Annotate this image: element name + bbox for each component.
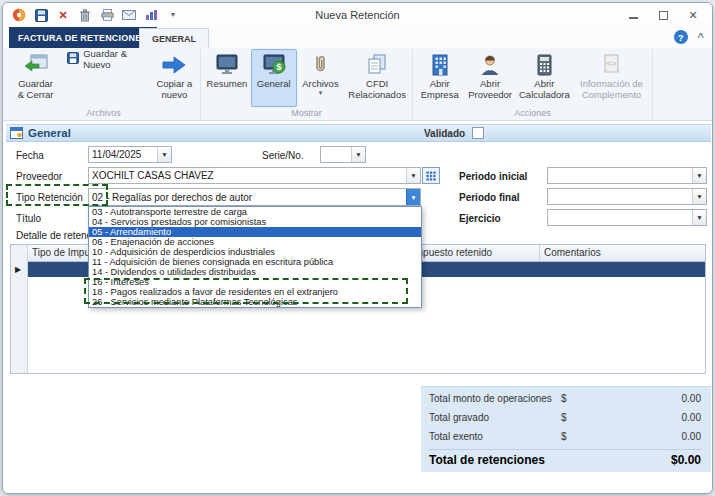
serie-combobox[interactable]: ▼ — [320, 146, 366, 163]
chart-icon[interactable] — [143, 7, 159, 23]
app-logo-icon[interactable] — [11, 7, 27, 23]
xml-complement-icon: <> — [599, 52, 623, 78]
abrir-calculadora-button[interactable]: Abrir Calculadora — [516, 49, 573, 107]
proveedor-combobox[interactable]: XOCHILT CASAS CHAVEZ ▼ — [88, 167, 421, 184]
quick-access-toolbar: ✕ ▾ — [11, 7, 181, 23]
help-icon[interactable]: ? — [674, 30, 688, 44]
total-monto-label: Total monto de operaciones — [429, 393, 552, 404]
trash-icon[interactable] — [77, 7, 93, 23]
ejercicio-combobox[interactable]: ▼ — [547, 209, 707, 226]
periodo-inicial-combobox[interactable]: ▼ — [547, 167, 707, 184]
copiar-a-nuevo-label2: nuevo — [161, 89, 187, 100]
ejercicio-dropdown-arrow-icon[interactable]: ▼ — [692, 210, 706, 225]
section-title: General — [28, 127, 71, 139]
title-bar: ✕ ▾ Nueva Retención ✕ — [3, 3, 712, 27]
dropdown-item[interactable]: 03 - Autotransporte terrestre de carga — [89, 207, 421, 217]
grid-browse-icon — [426, 171, 436, 181]
related-documents-icon — [365, 52, 389, 78]
archivos-split-caret-icon[interactable]: ▾ — [319, 89, 323, 96]
paperclip-icon — [308, 52, 332, 78]
dropdown-item[interactable]: 06 - Enajenación de acciones — [89, 237, 421, 247]
proveedor-browse-button[interactable] — [422, 167, 440, 184]
dropdown-item[interactable]: 04 - Servicios prestados por comisionist… — [89, 217, 421, 227]
collapse-ribbon-icon[interactable]: ^ — [698, 31, 704, 43]
building-icon — [428, 52, 452, 78]
window-controls: ✕ — [626, 8, 704, 22]
periodo-inicial-label: Periodo inicial — [459, 171, 527, 182]
cfdi-label: CFDI — [366, 78, 388, 89]
minimize-button[interactable] — [626, 8, 640, 22]
window-title: Nueva Retención — [315, 9, 399, 21]
delete-icon[interactable]: ✕ — [55, 7, 71, 23]
column-header-comentarios[interactable]: Comentarios — [540, 245, 705, 261]
resumen-button[interactable]: Resumen — [203, 49, 251, 107]
save-icon[interactable] — [33, 7, 49, 23]
general-button[interactable]: $ General — [251, 49, 297, 107]
copy-to-new-icon — [161, 52, 187, 78]
calculator-icon — [532, 52, 556, 78]
guardar-nuevo-label: Guardar & Nuevo — [83, 48, 146, 70]
fecha-value: 11/04/2025 — [89, 149, 157, 160]
grand-total-label: Total de retenciones — [429, 453, 545, 467]
close-button[interactable]: ✕ — [686, 8, 700, 22]
copiar-a-nuevo-label: Copiar a — [156, 78, 192, 89]
serie-dropdown-arrow-icon[interactable]: ▼ — [351, 147, 365, 162]
abrir-proveedor-button[interactable]: Abrir Proveedor — [464, 49, 515, 107]
ribbon-group-archivos: Guardar & Cerrar Guardar & Nuevo C — [7, 49, 201, 120]
cfdi-label2: Relacionados — [348, 89, 406, 100]
guardar-nuevo-button[interactable]: Guardar & Nuevo — [62, 49, 151, 68]
total-row: Total exento $ 0.00 — [429, 431, 701, 447]
annotation-box-dropdown-items — [84, 278, 408, 304]
resumen-label: Resumen — [207, 78, 248, 89]
total-gravado-value: 0.00 — [682, 412, 701, 423]
tipo-retencion-combobox[interactable]: 02 - Regalías por derechos de autor ▼ — [88, 188, 421, 206]
ribbon: Guardar & Cerrar Guardar & Nuevo C — [3, 48, 712, 121]
archivos-button[interactable]: Archivos ▾ — [297, 49, 345, 107]
abrir-empresa-button[interactable]: Abrir Empresa — [415, 49, 464, 107]
fecha-dropdown-arrow-icon[interactable]: ▼ — [157, 147, 171, 162]
periodo-final-label: Periodo final — [459, 192, 520, 203]
total-monto-value: 0.00 — [682, 393, 701, 404]
cfdi-relacionados-button[interactable]: CFDI Relacionados — [344, 49, 410, 107]
fecha-combobox[interactable]: 11/04/2025 ▼ — [88, 146, 172, 163]
copiar-a-nuevo-button[interactable]: Copiar a nuevo — [151, 49, 198, 107]
serie-label: Serie/No. — [262, 150, 304, 161]
group-label-mostrar: Mostrar — [203, 107, 410, 120]
ribbon-group-mostrar: Resumen $ General Archivos ▾ — [201, 49, 413, 120]
dropdown-item-highlighted[interactable]: 05 - Arrendamiento — [89, 227, 421, 237]
currency-symbol: $ — [561, 412, 567, 423]
proveedor-dropdown-arrow-icon[interactable]: ▼ — [406, 168, 420, 183]
group-label-archivos: Archivos — [9, 107, 198, 120]
totals-panel: Total monto de operaciones $ 0.00 Total … — [421, 386, 711, 472]
dropdown-item[interactable]: 11 - Adquisición de bienes consignada en… — [89, 257, 421, 267]
informacion-complemento-label2: Complemento — [582, 89, 641, 100]
monitor-dollar-icon: $ — [261, 52, 287, 78]
general-label: General — [257, 78, 291, 89]
periodo-final-dropdown-arrow-icon[interactable]: ▼ — [692, 189, 706, 204]
person-icon — [478, 52, 502, 78]
abrir-calculadora-label2: Calculadora — [519, 89, 570, 100]
total-row: Total monto de operaciones $ 0.00 — [429, 393, 701, 409]
fecha-label: Fecha — [16, 150, 44, 161]
save-close-icon — [23, 52, 49, 78]
print-icon[interactable] — [99, 7, 115, 23]
tab-factura-de-retenciones[interactable]: FACTURA DE RETENCIONES — [9, 27, 157, 48]
maximize-button[interactable] — [656, 8, 670, 22]
dropdown-item[interactable]: 14 - Dividendos o utilidades distribuida… — [89, 267, 421, 277]
archivos-ribbon-label: Archivos — [302, 78, 338, 89]
informacion-complemento-label: Información de — [580, 78, 643, 89]
tipo-retencion-value: 02 - Regalías por derechos de autor — [89, 192, 406, 203]
periodo-final-combobox[interactable]: ▼ — [547, 188, 707, 205]
mail-icon[interactable] — [121, 7, 137, 23]
column-header-impuesto-retenido[interactable]: Impuesto retenido — [408, 245, 540, 261]
qat-customize-caret-icon[interactable]: ▾ — [165, 7, 181, 23]
validado-checkbox[interactable] — [472, 127, 484, 139]
periodo-inicial-dropdown-arrow-icon[interactable]: ▼ — [692, 168, 706, 183]
tipo-retencion-dropdown-arrow-icon[interactable]: ▼ — [406, 189, 420, 205]
validado-label: Validado — [424, 128, 465, 139]
dropdown-item[interactable]: 10 - Adquisición de desperdicios industr… — [89, 247, 421, 257]
total-exento-value: 0.00 — [682, 431, 701, 442]
tab-general[interactable]: GENERAL — [139, 28, 209, 48]
guardar-cerrar-label: Guardar — [18, 78, 53, 89]
guardar-cerrar-button[interactable]: Guardar & Cerrar — [9, 49, 62, 107]
